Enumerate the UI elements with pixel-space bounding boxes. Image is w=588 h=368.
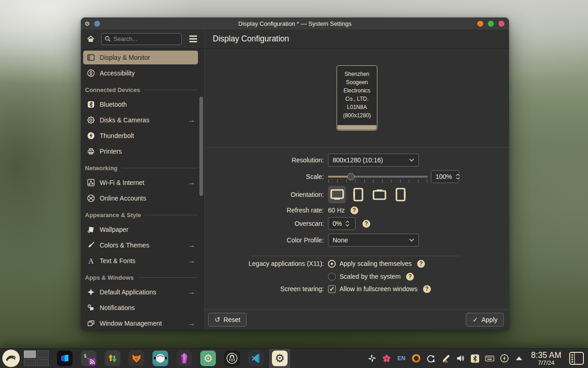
sidebar-item-wallpaper[interactable]: Wallpaper xyxy=(83,223,198,236)
tray-orange-ring-icon[interactable] xyxy=(412,354,421,363)
opensuse-launcher-button[interactable] xyxy=(2,350,20,367)
tray-virtual-keyboard-icon[interactable] xyxy=(485,354,494,363)
scale-spinbox[interactable]: 100% xyxy=(431,170,459,183)
peek-desktop-button[interactable] xyxy=(569,351,584,365)
sidebar-item-label: Thunderbolt xyxy=(100,132,134,139)
fox-icon xyxy=(130,352,142,364)
sidebar-item-notifications[interactable]: ✱ Notifications xyxy=(83,301,198,315)
close-button[interactable] xyxy=(498,21,504,27)
maximize-button[interactable] xyxy=(488,21,494,27)
overscan-spinbox[interactable]: 0% xyxy=(328,217,356,230)
color-profile-dropdown[interactable]: None xyxy=(328,234,419,247)
reset-icon: ↺ xyxy=(215,316,220,324)
taskbar-app-green-gear[interactable]: ⚙ xyxy=(200,351,216,366)
orientation-portrait-flipped-button[interactable] xyxy=(391,186,409,203)
sidebar-item-colors-themes[interactable]: Colors & Themes → xyxy=(83,238,198,252)
tray-sync-updates-icon[interactable] xyxy=(426,354,435,363)
clock-widget[interactable]: 8:35 AM 7/7/24 xyxy=(531,351,561,366)
sidebar-item-display-monitor[interactable]: Display & Monitor xyxy=(83,51,198,64)
sidebar-item-label: Text & Fonts xyxy=(100,257,136,264)
tray-battery-icon[interactable] xyxy=(500,354,509,363)
virtual-desktop-pager[interactable] xyxy=(24,351,49,366)
home-button[interactable] xyxy=(84,35,97,43)
sidebar-item-bluetooth[interactable]: Bluetooth xyxy=(83,98,198,111)
minimize-button[interactable] xyxy=(477,21,483,27)
home-icon xyxy=(86,35,95,43)
search-box[interactable] xyxy=(101,33,182,45)
tray-pencil-notes-icon[interactable] xyxy=(441,354,450,363)
refresh-help-icon[interactable]: ? xyxy=(351,207,358,214)
sidebar-item-window-management[interactable]: Window Management → xyxy=(83,316,198,330)
sidebar-scrollbar[interactable] xyxy=(199,97,203,196)
legacy-option2-help-icon[interactable]: ? xyxy=(406,273,414,281)
sidebar-section-appearance-style: Appearance & Style xyxy=(85,211,198,219)
taskbar-app-transfer[interactable] xyxy=(105,351,120,366)
taskbar-app-teal-media[interactable] xyxy=(153,351,168,366)
chevron-down-icon xyxy=(409,238,414,242)
tray-keyboard-layout[interactable]: EN xyxy=(397,354,406,363)
legacy-option1-help-icon[interactable]: ? xyxy=(417,260,425,268)
menu-button[interactable] xyxy=(189,35,197,42)
taskbar-app-terminal[interactable]: $_ xyxy=(81,351,96,366)
taskbar-app-blue-mail[interactable] xyxy=(57,351,73,366)
sidebar-item-thunderbolt[interactable]: Thunderbolt xyxy=(83,129,198,143)
radio-scaled-by-system[interactable] xyxy=(328,273,336,281)
taskbar-app-system-settings-active[interactable]: ⚙ xyxy=(272,351,288,366)
radio-apply-scaling-themselves[interactable] xyxy=(328,260,336,268)
sidebar-item-online-accounts[interactable]: Online Accounts xyxy=(83,191,198,205)
taskbar-app-kraken[interactable] xyxy=(224,351,240,366)
pager-desktop-3[interactable] xyxy=(24,359,36,366)
orientation-landscape-flipped-button[interactable] xyxy=(370,186,388,203)
sidebar-item-printers[interactable]: Printers xyxy=(83,144,198,158)
sidebar-item-label: Notifications xyxy=(100,304,135,311)
sidebar-item-wifi-internet[interactable]: Wi-Fi & Internet → xyxy=(83,176,198,190)
tray-expand-arrow-icon[interactable] xyxy=(514,354,524,363)
legacy-option1-label[interactable]: Apply scaling themselves xyxy=(339,260,412,267)
sidebar-section-networking: Networking xyxy=(85,164,198,172)
orientation-landscape-flipped-icon xyxy=(372,189,387,201)
window-title: Display Configuration * — System Setting… xyxy=(81,20,509,27)
orientation-portrait-button[interactable] xyxy=(349,186,367,203)
overscan-help-icon[interactable]: ? xyxy=(362,220,370,228)
taskbar-app-gem[interactable] xyxy=(176,351,192,366)
sidebar-item-default-applications[interactable]: Default Applications → xyxy=(83,285,198,299)
up-down-arrows-icon xyxy=(107,353,118,364)
astro-cat-icon xyxy=(154,352,167,365)
svg-text:A: A xyxy=(88,257,94,265)
taskbar-app-code-editor[interactable] xyxy=(248,351,264,366)
taskbar-active-task-highlight: ⚙ xyxy=(269,349,290,368)
notifications-icon: ✱ xyxy=(87,304,95,312)
pager-desktop-2[interactable] xyxy=(37,351,49,358)
titlebar[interactable]: ⚙ Display Configuration * — System Setti… xyxy=(81,17,509,29)
checkbox-allow-fullscreen-tearing[interactable]: ✓ xyxy=(328,285,336,293)
reset-button[interactable]: ↺ Reset xyxy=(208,313,247,327)
spin-arrows[interactable] xyxy=(456,174,460,179)
tray-flower-input-icon[interactable] xyxy=(382,354,391,363)
scale-slider[interactable] xyxy=(328,170,428,183)
tearing-option-label[interactable]: Allow in fullscreen windows xyxy=(339,285,418,293)
sidebar-item-accessibility[interactable]: Accessibility xyxy=(83,66,198,80)
legacy-option2-label[interactable]: Scaled by the system xyxy=(339,273,401,280)
sidebar-item-label: Wi-Fi & Internet xyxy=(100,179,144,186)
sidebar-item-text-fonts[interactable]: A Text & Fonts → xyxy=(83,254,198,268)
resolution-dropdown[interactable]: 368x588 (10:16) xyxy=(328,154,419,167)
spin-arrows[interactable] xyxy=(345,221,350,226)
sidebar-item-label: Online Accounts xyxy=(100,195,146,202)
monitor-preview[interactable]: Shenzhen Soogeen Electronics Co., LTD. L… xyxy=(337,65,378,131)
orientation-landscape-icon xyxy=(330,189,345,201)
orientation-landscape-button[interactable] xyxy=(328,186,346,203)
overscan-value: 0% xyxy=(333,220,342,227)
scale-label: Scale: xyxy=(205,173,324,180)
taskbar-app-fox-browser[interactable] xyxy=(129,351,144,366)
page-title: Display Configuration xyxy=(213,34,289,44)
tray-slack-icon[interactable] xyxy=(368,354,377,363)
search-input[interactable] xyxy=(113,35,178,42)
tearing-help-icon[interactable]: ? xyxy=(423,285,431,293)
apply-button[interactable]: ✓ Apply xyxy=(466,313,504,327)
pager-desktop-4[interactable] xyxy=(37,359,49,366)
pager-desktop-1[interactable] xyxy=(24,351,36,358)
tray-bluetooth-icon[interactable] xyxy=(470,354,480,363)
resolution-value: 368x588 (10:16) xyxy=(333,156,383,164)
tray-volume-icon[interactable] xyxy=(456,354,465,363)
sidebar-item-disks-cameras[interactable]: Disks & Cameras → xyxy=(83,113,198,127)
